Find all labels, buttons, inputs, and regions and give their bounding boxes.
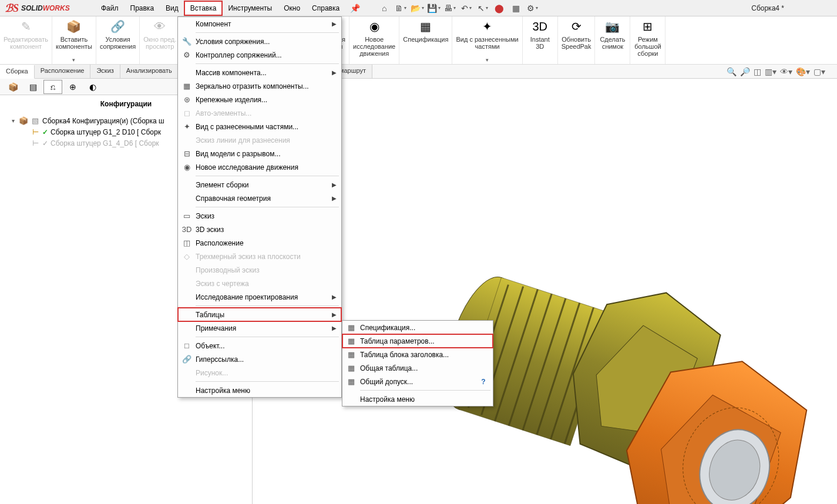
- menu-правка[interactable]: Правка: [125, 1, 160, 15]
- menu-вставка[interactable]: Вставка: [184, 1, 223, 15]
- tab-0[interactable]: Сборка: [0, 65, 35, 79]
- ribbon-8[interactable]: ◉Новоеисследованиедвижения: [349, 16, 399, 64]
- menuitem-компонент[interactable]: Компонент▶: [178, 17, 341, 31]
- tab-1[interactable]: Расположение: [35, 65, 91, 78]
- tables-submenu-dropdown: ▦Спецификация...▦Таблица параметров...▦Т…: [342, 320, 493, 406]
- view-orient-icon[interactable]: ◫: [754, 67, 761, 76]
- menuitem-таблица-параметров-[interactable]: ▦Таблица параметров...: [342, 334, 493, 348]
- insert-menu-dropdown: Компонент▶🔧Условия сопряжения...⚙Контрол…: [177, 16, 342, 398]
- save-icon[interactable]: 💾: [426, 2, 441, 15]
- dimxpert-tab[interactable]: ⊕: [63, 80, 82, 94]
- ribbon-14[interactable]: ⊞Режимбольшойсборки: [630, 16, 665, 64]
- scene-icon[interactable]: ▢▾: [814, 67, 825, 76]
- ribbon-2[interactable]: 🔗Условиясопряжения: [96, 16, 140, 64]
- quick-toolbar: ⌂ 🗎 📂 💾 🖶 ↶ ↖ ⬤ ▦ ⚙: [377, 2, 540, 15]
- menuitem-вид-модели-с-разрывом-[interactable]: ⊟Вид модели с разрывом...: [178, 147, 341, 160]
- menuitem-общий-допуск-[interactable]: ▦Общий допуск...?: [342, 375, 493, 388]
- menuitem-элемент-сборки[interactable]: Элемент сборки▶: [178, 178, 341, 191]
- ribbon-9[interactable]: ▦Спецификация: [399, 16, 452, 64]
- menuitem-объект-[interactable]: □Объект...: [178, 339, 341, 352]
- menuitem-эскиз-с-чертежа: Эскиз с чертежа: [178, 277, 341, 290]
- app-logo: ℬS SOLIDWORKS: [0, 2, 95, 15]
- menuitem-контроллер-сопряжений-[interactable]: ⚙Контроллер сопряжений...: [178, 48, 341, 62]
- document-title: Сборка4 *: [751, 0, 837, 16]
- menuitem-расположение[interactable]: ◫Расположение: [178, 236, 341, 250]
- menuitem-настройка-меню[interactable]: Настройка меню: [178, 384, 341, 397]
- menuitem-примечания[interactable]: Примечания▶: [178, 321, 341, 335]
- appearance-icon[interactable]: 🎨▾: [796, 67, 810, 76]
- menuitem-авто-элементы-: ◻Авто-элементы...: [178, 106, 341, 120]
- view-toolbar: 🔍 🔎 ◫ ▥▾ 👁▾ 🎨▾ ▢▾: [727, 65, 825, 79]
- menuitem-справочная-геометрия[interactable]: Справочная геометрия▶: [178, 191, 341, 205]
- menuitem-крепежные-изделия-[interactable]: ⊛Крепежные изделия...: [178, 93, 341, 106]
- property-tab[interactable]: ▤: [23, 80, 42, 94]
- menuitem-спецификация-[interactable]: ▦Спецификация...: [342, 321, 493, 334]
- rebuild-icon[interactable]: ⬤: [492, 2, 507, 15]
- menuitem-таблицы[interactable]: Таблицы▶: [178, 308, 341, 321]
- menu-вид[interactable]: Вид: [160, 1, 184, 15]
- options-icon[interactable]: ▦: [508, 2, 523, 15]
- open-icon[interactable]: 📂: [409, 2, 425, 15]
- feature-tree-tab[interactable]: 📦: [4, 80, 22, 94]
- display-tab[interactable]: ◐: [83, 80, 102, 94]
- menu-справка[interactable]: Справка: [306, 1, 345, 15]
- settings-icon[interactable]: ⚙: [525, 2, 540, 15]
- zoom-fit-icon[interactable]: 🔍: [727, 67, 737, 76]
- ribbon-1[interactable]: 📦Вставитькомпоненты▾: [52, 16, 96, 64]
- menu-окно[interactable]: Окно: [278, 1, 306, 15]
- ribbon-0: ✎Редактироватькомпонент: [0, 16, 52, 64]
- tab-2[interactable]: Эскиз: [90, 65, 120, 78]
- menuitem-вид-с-разнесенными-частями-[interactable]: ✦Вид с разнесенными частями...: [178, 120, 341, 133]
- print-icon[interactable]: 🖶: [442, 2, 458, 15]
- menuitem-эскиз-линии-для-разнесения: Эскиз линии для разнесения: [178, 133, 341, 147]
- pin-icon[interactable]: 📌: [345, 4, 365, 13]
- ribbon-3: 👁Окно пред.просмотр: [140, 16, 180, 64]
- menuitem-рисунок-: Рисунок...: [178, 366, 341, 379]
- menuitem-трехмерный-эскиз-на-плоскости: ◇Трехмерный эскиз на плоскости: [178, 250, 341, 263]
- menu-файл[interactable]: Файл: [95, 1, 125, 15]
- model-render: [449, 214, 837, 504]
- menuitem-исследование-проектирования[interactable]: Исследование проектирования▶: [178, 290, 341, 304]
- menuitem-эскиз[interactable]: ▭Эскиз: [178, 209, 341, 223]
- ribbon-10[interactable]: ✦Вид с разнесеннымичастями▾: [452, 16, 522, 64]
- menuitem-производный-эскиз: Производный эскиз: [178, 263, 341, 277]
- home-icon[interactable]: ⌂: [377, 2, 392, 15]
- tab-3[interactable]: Анализировать: [120, 65, 179, 78]
- menuitem-3d-эскиз[interactable]: 3D3D эскиз: [178, 223, 341, 236]
- zoom-area-icon[interactable]: 🔎: [740, 67, 750, 76]
- menuitem-общая-таблица-[interactable]: ▦Общая таблица...: [342, 361, 493, 375]
- menuitem-массив-компонента-[interactable]: Массив компонента...▶: [178, 66, 341, 79]
- display-style-icon[interactable]: ▥▾: [765, 67, 777, 76]
- select-icon[interactable]: ↖: [475, 2, 490, 15]
- ribbon-12[interactable]: ⟳ОбновитьSpeedPak: [558, 16, 596, 64]
- config-tab[interactable]: ⎌: [43, 80, 62, 94]
- menuitem-зеркально-отразить-компоненты-[interactable]: ▦Зеркально отразить компоненты...: [178, 79, 341, 93]
- menuitem-настройка-меню[interactable]: Настройка меню: [342, 392, 493, 406]
- hide-show-icon[interactable]: 👁▾: [780, 67, 792, 76]
- menuitem-новое-исследование-движения[interactable]: ◉Новое исследование движения: [178, 160, 341, 174]
- ribbon-13[interactable]: 📷Сделатьснимок: [595, 16, 630, 64]
- undo-icon[interactable]: ↶: [459, 2, 474, 15]
- menuitem-условия-сопряжения-[interactable]: 🔧Условия сопряжения...: [178, 35, 341, 48]
- menuitem-таблица-блока-заголовка-[interactable]: ▦Таблица блока заголовка...: [342, 348, 493, 361]
- new-icon[interactable]: 🗎: [393, 2, 408, 15]
- menu-инструменты[interactable]: Инструменты: [222, 1, 278, 15]
- ribbon-11[interactable]: 3DInstant3D: [523, 16, 558, 64]
- menuitem-гиперссылка-[interactable]: 🔗Гиперссылка...: [178, 352, 341, 366]
